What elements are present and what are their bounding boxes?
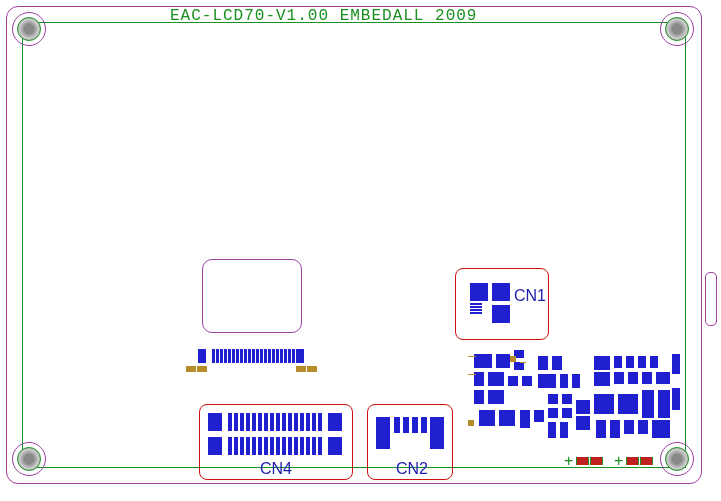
mounting-hole-icon: [12, 12, 46, 46]
mounting-hole-icon: [12, 442, 46, 476]
led-d2b: [640, 457, 653, 465]
ffc-pins: [212, 349, 299, 363]
mounting-hole-icon: [660, 442, 694, 476]
led-d1b: [590, 457, 603, 465]
smd-cluster: [474, 350, 684, 446]
callout-cn2: CN2: [367, 404, 453, 480]
small-pins: [470, 303, 482, 314]
led-polarity-icon: +: [614, 452, 623, 470]
ic-outline: [202, 259, 302, 333]
led-d2: [626, 457, 639, 465]
connector-label-cn1: CN1: [514, 287, 546, 305]
connector-label-cn2: CN2: [396, 460, 428, 478]
ffc-pins: [228, 413, 322, 431]
pad: [492, 305, 510, 323]
pad: [470, 283, 488, 301]
edge-slot: [705, 272, 717, 326]
pad: [492, 283, 510, 301]
callout-cn1: CN1: [455, 268, 549, 340]
pcb-board: EAC-LCD70-V1.00 EMBEDALL 2009 CN1: [0, 0, 721, 501]
mounting-hole-icon: [660, 12, 694, 46]
board-title: EAC-LCD70-V1.00 EMBEDALL 2009: [170, 7, 477, 25]
ffc-pins: [228, 437, 322, 455]
cn2-pins: [394, 417, 427, 433]
connector-label-cn4: CN4: [260, 460, 292, 478]
callout-cn4: CN4: [199, 404, 353, 480]
led-d1: [576, 457, 589, 465]
led-polarity-icon: +: [564, 452, 573, 470]
